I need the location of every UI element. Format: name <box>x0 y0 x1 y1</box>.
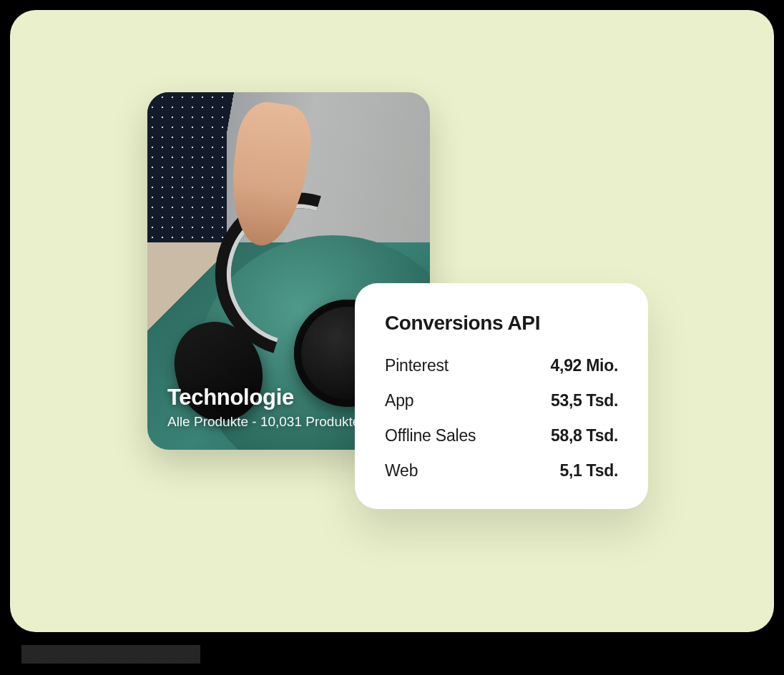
footer-strip <box>21 645 200 664</box>
stat-row-app: App 53,5 Tsd. <box>385 391 618 410</box>
stat-row-web: Web 5,1 Tsd. <box>385 461 618 481</box>
stat-label: Offline Sales <box>385 426 476 445</box>
stat-value: 58,8 Tsd. <box>551 426 618 445</box>
conversions-api-card: Conversions API Pinterest 4,92 Mio. App … <box>355 283 648 509</box>
stat-value: 5,1 Tsd. <box>559 461 618 481</box>
stat-row-pinterest: Pinterest 4,92 Mio. <box>385 356 618 375</box>
stat-value: 4,92 Mio. <box>551 356 618 375</box>
stat-label: App <box>385 391 413 410</box>
stat-row-offline-sales: Offline Sales 58,8 Tsd. <box>385 426 618 445</box>
stat-label: Web <box>385 461 418 481</box>
stat-value: 53,5 Tsd. <box>551 391 618 410</box>
stat-label: Pinterest <box>385 356 449 375</box>
hero-canvas: Technologie Alle Produkte - 10,031 Produ… <box>10 10 774 632</box>
stats-card-title: Conversions API <box>385 312 618 335</box>
